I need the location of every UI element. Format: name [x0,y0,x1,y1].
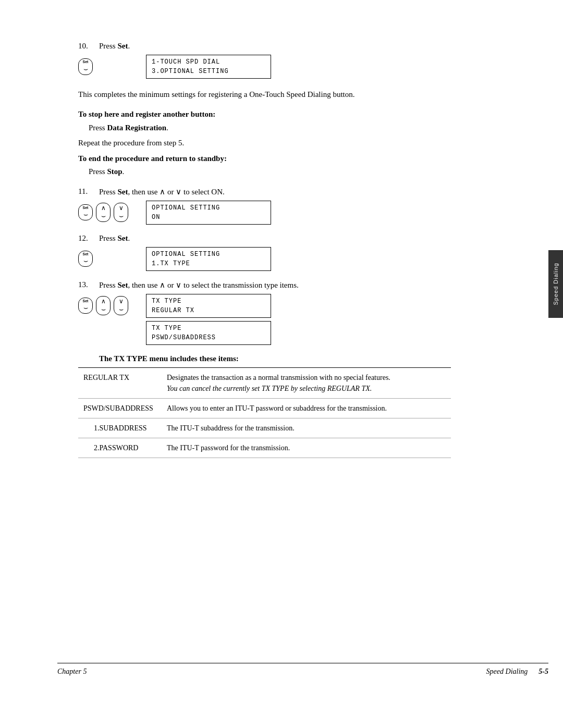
set-key-10[interactable]: Set ⌣ [78,58,93,75]
up-key-13[interactable]: ∧ ⌣ [96,296,111,315]
lcd-display-13a: TX TYPE REGULAR TX [146,294,271,318]
step13-instruction: Press Set, then use ∧ or ∨ to select the… [99,280,299,290]
completion-note: This completes the minimum settings for … [78,88,501,101]
step-number-13: 13. [78,280,94,289]
side-tab: Speed Dialing [548,250,563,318]
step10-instruction: Press Set. [99,42,130,51]
step11-instruction: Press Set, then use ∧ or ∨ to select ON. [99,187,225,196]
tx-item-subaddr: 1.SUBADDRESS [78,418,162,438]
tx-item-regular: REGULAR TX [78,367,162,398]
table-row: REGULAR TX Designates the transaction as… [78,367,451,398]
step-number-10: 10. [78,42,94,51]
footer-right: Speed Dialing 5-5 [486,668,548,676]
step-number-12: 12. [78,234,94,243]
footer-chapter: Chapter 5 [57,668,87,676]
tx-desc-subaddr: The ITU-T subaddress for the transmissio… [162,418,451,438]
footer-page: 5-5 [538,668,548,675]
lcd-display-13b: TX TYPE PSWD/SUBADDRESS [146,321,271,345]
tx-item-pswd: PSWD/SUBADDRESS [78,398,162,418]
tx-item-password: 2.PASSWORD [78,438,162,458]
set-key-11[interactable]: Set ⌣ [78,204,93,220]
tx-desc-pswd: Allows you to enter an ITU-T password or… [162,398,451,418]
end-instruction: To end the procedure and return to stand… [78,152,501,179]
tx-desc-password: The ITU-T password for the transmission. [162,438,451,458]
footer: Chapter 5 Speed Dialing 5-5 [57,663,548,676]
down-key-13[interactable]: ∨ ⌣ [114,296,128,315]
tx-type-title: The TX TYPE menu includes these items: [99,354,501,363]
stop-instruction: To stop here and register another button… [78,108,501,150]
side-tab-label: Speed Dialing [553,263,559,305]
lcd-pair-13: TX TYPE REGULAR TX TX TYPE PSWD/SUBADDRE… [146,294,271,345]
step-number-11: 11. [78,187,94,196]
set-key-13[interactable]: Set ⌣ [78,298,93,314]
table-row: PSWD/SUBADDRESS Allows you to enter an I… [78,398,451,418]
tx-type-section: The TX TYPE menu includes these items: R… [78,354,501,458]
table-row: 2.PASSWORD The ITU-T password for the tr… [78,438,451,458]
table-row: 1.SUBADDRESS The ITU-T subaddress for th… [78,418,451,438]
step12-instruction: Press Set. [99,234,130,243]
up-key-11[interactable]: ∧ ⌣ [96,203,111,222]
set-key-12[interactable]: Set ⌣ [78,251,93,267]
down-key-11[interactable]: ∨ ⌣ [114,203,128,222]
lcd-display-11: OPTIONAL SETTING ON [146,201,271,225]
lcd-display-12: OPTIONAL SETTING 1.TX TYPE [146,247,271,271]
tx-desc-regular: Designates the transaction as a normal t… [162,367,451,398]
tx-type-table: REGULAR TX Designates the transaction as… [78,367,451,458]
lcd-display-10: 1-TOUCH SPD DIAL 3.OPTIONAL SETTING [146,55,271,79]
